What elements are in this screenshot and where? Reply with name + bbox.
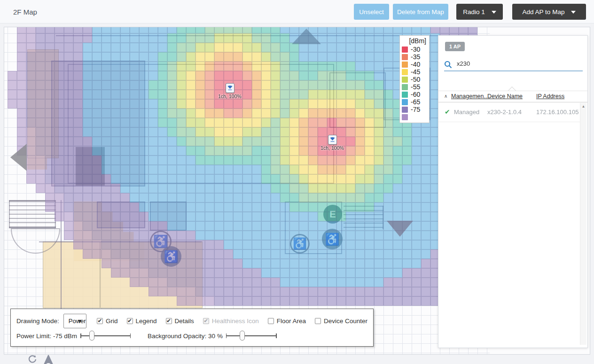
ap-table-body: ✔Managedx230-2-1.0.4172.16.100.105 xyxy=(438,102,580,122)
pan-left-arrow[interactable] xyxy=(10,144,27,171)
pan-mode-icon[interactable] xyxy=(43,355,54,364)
page-title: 2F Map xyxy=(13,8,37,16)
legend-entry: -40 xyxy=(402,61,427,68)
legend-entry: -50 xyxy=(402,76,427,83)
legend-entry: -35 xyxy=(402,53,427,61)
ap-search xyxy=(444,59,583,71)
legend-color-swatch xyxy=(402,62,408,68)
dbm-legend: [dBm] -30-35-40-45-50-55-60-65-75 xyxy=(399,35,430,123)
column-ip-address[interactable]: IP Address xyxy=(536,93,564,100)
device-name: x230-2-1.0.4 xyxy=(487,108,522,116)
checkbox-label: Healthiness Icon xyxy=(212,318,259,325)
delete-from-map-button[interactable]: Delete from Map xyxy=(393,4,448,20)
checkbox-healthiness-icon: ✔Healthiness Icon xyxy=(203,318,259,325)
top-toolbar: 2F Map Unselect Delete from Map Radio 1 … xyxy=(0,0,594,23)
scroll-up-icon[interactable]: ▲ xyxy=(580,103,586,110)
radio-dropdown-label: Radio 1 xyxy=(463,8,485,15)
legend-color-swatch xyxy=(402,92,408,98)
checkbox-label: Legend xyxy=(136,318,157,325)
checkbox-details[interactable]: ✔Details xyxy=(166,318,194,325)
slider-tick xyxy=(276,333,277,338)
legend-color-swatch xyxy=(402,77,408,83)
legend-label: -65 xyxy=(411,98,420,106)
legend-entry: -55 xyxy=(402,83,427,91)
legend-label: -55 xyxy=(411,83,420,91)
drawing-mode-select[interactable]: Power xyxy=(63,314,86,328)
background-opacity-slider-thumb[interactable] xyxy=(240,331,245,341)
checkbox-group: ✔Grid✔Legend✔Details✔Healthiness IconFlo… xyxy=(97,318,367,325)
power-limit-slider[interactable] xyxy=(80,330,131,341)
legend-label: -30 xyxy=(411,46,420,53)
column-device-name[interactable]: Device Name xyxy=(487,93,523,100)
add-ap-to-map-dropdown[interactable]: Add AP to Map xyxy=(512,4,586,20)
drawing-mode-label: Drawing Mode: xyxy=(16,318,59,325)
management-status: Managed xyxy=(454,108,479,116)
drawing-mode-value: Power xyxy=(69,318,86,325)
ap-marker[interactable]: 1ch, 100% xyxy=(315,135,349,151)
legend-label: -45 xyxy=(411,68,420,76)
ip-address: 172.16.100.105 xyxy=(536,108,578,116)
checkbox-box[interactable]: ✔ xyxy=(166,318,172,324)
checkbox-device-counter[interactable]: Device Counter xyxy=(315,318,367,325)
map-display-controls: Drawing Mode: Power ✔Grid✔Legend✔Details… xyxy=(10,309,374,347)
checkbox-box[interactable]: ✔ xyxy=(97,318,103,324)
checkbox-box[interactable] xyxy=(315,318,321,324)
ap-marker-label: 1ch, 100% xyxy=(315,145,349,151)
refresh-icon[interactable] xyxy=(27,354,38,364)
pan-down-arrow[interactable] xyxy=(387,221,413,237)
ap-marker[interactable]: 1ch, 100% xyxy=(213,83,247,99)
legend-color-swatch xyxy=(402,69,408,75)
slider-tick xyxy=(80,333,81,338)
ap-table-header: ∧ Managemen... Device Name IP Address xyxy=(438,91,587,102)
background-opacity-label: Background Opacity: 30 % xyxy=(148,333,223,340)
ap-device-icon[interactable] xyxy=(226,83,234,93)
search-input[interactable] xyxy=(457,60,579,67)
legend-label: -35 xyxy=(411,53,420,61)
chevron-down-icon xyxy=(571,11,576,14)
ap-marker-label: 1ch, 100% xyxy=(213,93,247,99)
checkbox-floor-area[interactable]: Floor Area xyxy=(268,318,306,325)
legend-entry: -30 xyxy=(402,46,427,53)
unselect-button[interactable]: Unselect xyxy=(354,4,389,20)
slider-track xyxy=(80,335,131,336)
slider-tick xyxy=(130,333,131,338)
legend-entry: -65 xyxy=(402,98,427,106)
ap-table-row[interactable]: ✔Managedx230-2-1.0.4172.16.100.105 xyxy=(438,102,580,122)
legend-color-swatch xyxy=(402,54,408,60)
ap-list-panel: 1 AP ∧ Managemen... Device Name IP Addre… xyxy=(438,35,588,348)
legend-label: -50 xyxy=(411,76,420,83)
legend-title: [dBm] xyxy=(402,37,427,45)
legend-entry: -60 xyxy=(402,91,427,98)
checkbox-label: Details xyxy=(175,318,194,325)
table-scrollbar[interactable]: ▲ xyxy=(580,103,586,345)
chevron-down-icon xyxy=(78,320,82,323)
search-icon xyxy=(444,61,452,69)
legend-color-swatch xyxy=(402,107,408,113)
legend-entry xyxy=(402,113,427,121)
radio-dropdown[interactable]: Radio 1 xyxy=(456,4,503,20)
pan-up-arrow[interactable] xyxy=(292,29,321,44)
column-management-status[interactable]: Managemen... xyxy=(451,93,489,100)
add-ap-dropdown-label: Add AP to Map xyxy=(523,8,565,15)
checkbox-box[interactable]: ✔ xyxy=(127,318,133,324)
power-limit-label: Power Limit: -75 dBm xyxy=(16,333,77,340)
legend-entry: -45 xyxy=(402,68,427,76)
checkbox-grid[interactable]: ✔Grid xyxy=(97,318,118,325)
legend-entries: -30-35-40-45-50-55-60-65-75 xyxy=(402,46,427,121)
legend-color-swatch xyxy=(402,99,408,105)
legend-label: -40 xyxy=(411,61,420,68)
slider-track xyxy=(226,335,277,336)
power-limit-slider-thumb[interactable] xyxy=(89,331,94,341)
legend-color-swatch xyxy=(402,46,408,53)
sort-ascending-icon[interactable]: ∧ xyxy=(444,93,447,99)
checkbox-box[interactable] xyxy=(268,318,274,324)
checkbox-label: Device Counter xyxy=(324,318,367,325)
checkbox-legend[interactable]: ✔Legend xyxy=(127,318,157,325)
background-opacity-slider[interactable] xyxy=(226,330,277,341)
legend-color-swatch xyxy=(402,114,408,120)
slider-tick xyxy=(226,333,227,338)
chevron-down-icon xyxy=(492,11,496,14)
ap-device-icon[interactable] xyxy=(328,135,337,145)
ap-count-badge: 1 AP xyxy=(445,42,465,51)
legend-entry: -75 xyxy=(402,106,427,113)
